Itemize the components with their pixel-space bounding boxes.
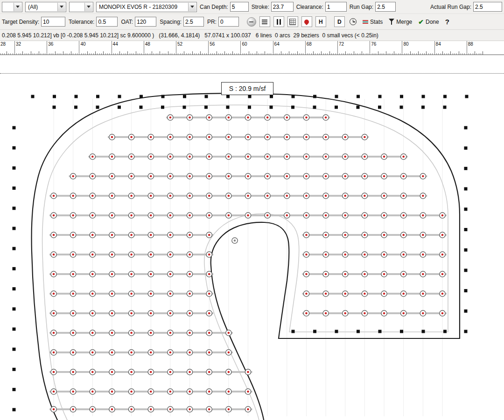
led-module[interactable] (128, 271, 134, 277)
led-module[interactable] (168, 406, 173, 412)
grid-handle[interactable] (118, 95, 121, 98)
grid-handle[interactable] (53, 106, 56, 109)
led-module[interactable] (168, 389, 173, 394)
led-module[interactable] (187, 406, 192, 412)
grid-handle[interactable] (443, 330, 447, 333)
led-module[interactable] (70, 193, 76, 199)
led-module[interactable] (148, 406, 154, 412)
led-module[interactable] (323, 213, 329, 218)
led-module[interactable] (187, 389, 192, 394)
led-module[interactable] (109, 369, 115, 375)
led-module[interactable] (245, 154, 251, 159)
led-module[interactable] (187, 310, 192, 316)
led-module[interactable] (128, 173, 134, 179)
led-module[interactable] (51, 291, 56, 296)
led-module[interactable] (168, 213, 173, 218)
led-module[interactable] (148, 232, 154, 238)
pause-runs-button[interactable] (273, 16, 284, 27)
led-module[interactable] (168, 115, 173, 120)
led-module[interactable] (148, 330, 154, 336)
led-module[interactable] (226, 369, 231, 375)
led-module[interactable] (51, 369, 56, 375)
led-module[interactable] (128, 330, 134, 336)
grid-handle[interactable] (292, 95, 295, 98)
led-module[interactable] (401, 154, 406, 159)
led-module[interactable] (148, 271, 154, 277)
grid-handle[interactable] (13, 146, 16, 150)
led-module[interactable] (128, 232, 134, 238)
grid-handle[interactable] (270, 95, 273, 98)
led-module[interactable] (226, 389, 231, 394)
grid-handle[interactable] (161, 106, 164, 109)
led-module[interactable] (148, 213, 154, 218)
led-module[interactable] (401, 252, 406, 257)
led-module[interactable] (440, 291, 445, 296)
led-module[interactable] (51, 232, 56, 238)
led-module[interactable] (206, 173, 212, 179)
grid-handle[interactable] (464, 289, 468, 292)
led-module[interactable] (168, 193, 173, 199)
led-module[interactable] (168, 134, 173, 140)
led-module[interactable] (109, 291, 115, 296)
led-module[interactable] (362, 310, 367, 316)
led-module[interactable] (245, 134, 251, 140)
led-module[interactable] (245, 115, 251, 120)
led-module[interactable] (206, 406, 212, 412)
led-module[interactable] (168, 173, 173, 179)
led-module[interactable] (420, 252, 426, 257)
grid-handle[interactable] (335, 95, 338, 98)
led-module[interactable] (343, 134, 348, 140)
d-mode-button[interactable]: D (334, 16, 345, 27)
led-module[interactable] (343, 310, 348, 316)
led-module[interactable] (168, 252, 173, 257)
led-module[interactable] (381, 232, 387, 238)
led-module[interactable] (51, 271, 56, 277)
led-module[interactable] (420, 310, 426, 316)
led-module[interactable] (303, 115, 309, 120)
led-module[interactable] (362, 291, 367, 296)
led-module[interactable] (206, 232, 212, 238)
grid-handle[interactable] (161, 95, 165, 98)
led-module[interactable] (51, 406, 56, 412)
history-button[interactable] (348, 16, 358, 27)
led-module[interactable] (323, 173, 329, 179)
led-module[interactable] (343, 213, 348, 218)
led-module[interactable] (187, 173, 192, 179)
led-module[interactable] (440, 213, 445, 218)
led-module[interactable] (128, 406, 134, 412)
led-module[interactable] (148, 193, 154, 199)
led-module[interactable] (187, 350, 192, 355)
grid-handle[interactable] (357, 106, 360, 109)
grid-handle[interactable] (13, 247, 16, 250)
led-module[interactable] (323, 271, 329, 277)
led-module[interactable] (187, 271, 192, 277)
grid-handle[interactable] (13, 368, 16, 371)
grid-handle[interactable] (13, 408, 16, 411)
led-module[interactable] (90, 232, 95, 238)
led-module[interactable] (109, 310, 115, 316)
led-module[interactable] (70, 369, 76, 375)
led-module[interactable] (381, 154, 387, 159)
led-module[interactable] (206, 115, 212, 120)
led-module[interactable] (206, 330, 212, 336)
led-module[interactable] (70, 330, 76, 336)
led-module[interactable] (206, 193, 212, 199)
led-module[interactable] (401, 193, 406, 199)
led-module[interactable] (303, 232, 309, 238)
led-layout-svg[interactable] (0, 55, 504, 420)
led-module[interactable] (187, 291, 192, 296)
led-module[interactable] (148, 350, 154, 355)
tolerance-input[interactable] (96, 17, 118, 27)
led-module[interactable] (420, 291, 426, 296)
led-module[interactable] (284, 173, 290, 179)
led-module[interactable] (303, 154, 309, 159)
led-module[interactable] (187, 115, 192, 120)
grid-handle[interactable] (13, 267, 16, 270)
grid-handle[interactable] (378, 106, 381, 109)
grid-handle[interactable] (378, 95, 382, 98)
led-module[interactable] (90, 406, 95, 412)
led-module[interactable] (187, 330, 192, 336)
led-module[interactable] (51, 193, 56, 199)
grid-handle[interactable] (248, 106, 251, 109)
grid-handle[interactable] (74, 106, 77, 109)
